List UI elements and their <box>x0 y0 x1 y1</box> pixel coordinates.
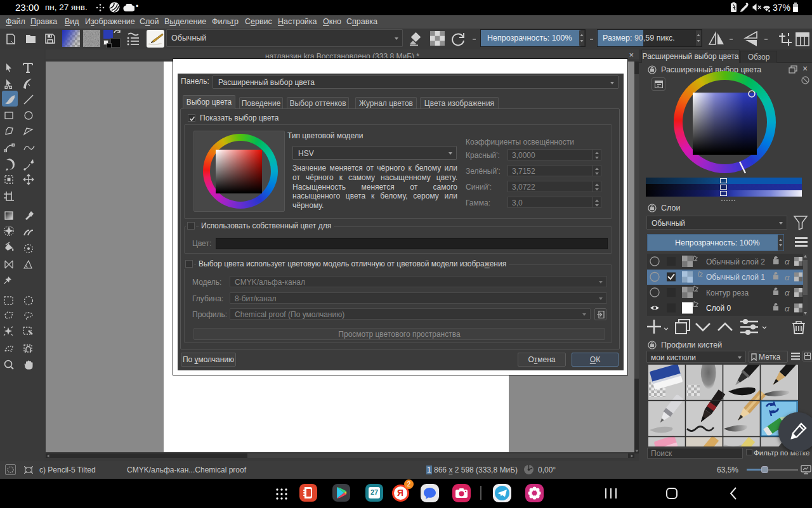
svg-text:α: α <box>785 257 790 266</box>
svg-text:α: α <box>785 304 790 313</box>
svg-text:α: α <box>785 288 790 297</box>
svg-text:α: α <box>785 273 790 282</box>
